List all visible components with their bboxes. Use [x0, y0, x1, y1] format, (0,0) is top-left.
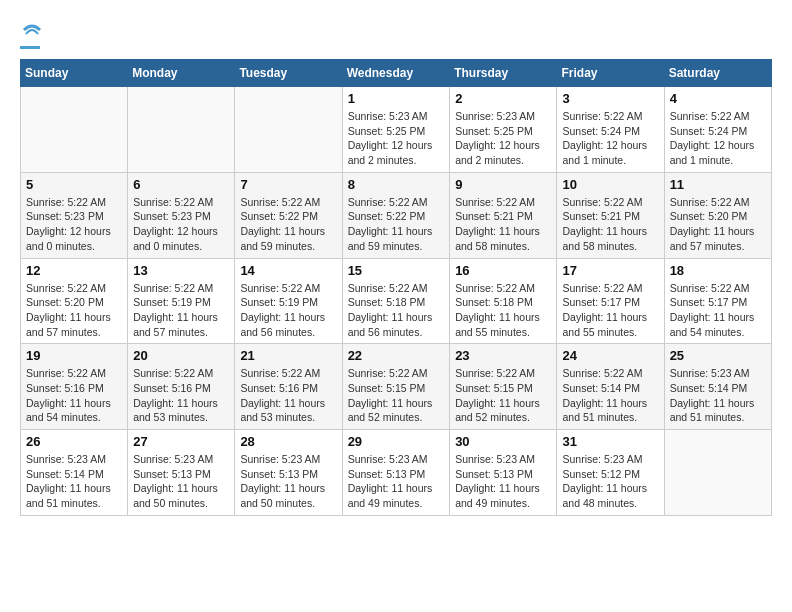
day-info: Sunrise: 5:23 AMSunset: 5:14 PMDaylight:…: [670, 366, 766, 425]
day-info: Sunrise: 5:22 AMSunset: 5:15 PMDaylight:…: [348, 366, 445, 425]
day-info: Sunrise: 5:23 AMSunset: 5:14 PMDaylight:…: [26, 452, 122, 511]
calendar-cell: 16Sunrise: 5:22 AMSunset: 5:18 PMDayligh…: [450, 258, 557, 344]
col-header-wednesday: Wednesday: [342, 60, 450, 87]
day-number: 17: [562, 263, 658, 278]
day-info: Sunrise: 5:23 AMSunset: 5:13 PMDaylight:…: [348, 452, 445, 511]
col-header-thursday: Thursday: [450, 60, 557, 87]
calendar-cell: 6Sunrise: 5:22 AMSunset: 5:23 PMDaylight…: [128, 172, 235, 258]
day-number: 22: [348, 348, 445, 363]
col-header-tuesday: Tuesday: [235, 60, 342, 87]
calendar-cell: 11Sunrise: 5:22 AMSunset: 5:20 PMDayligh…: [664, 172, 771, 258]
day-number: 9: [455, 177, 551, 192]
col-header-sunday: Sunday: [21, 60, 128, 87]
calendar-cell: 17Sunrise: 5:22 AMSunset: 5:17 PMDayligh…: [557, 258, 664, 344]
day-number: 10: [562, 177, 658, 192]
calendar-week-row: 19Sunrise: 5:22 AMSunset: 5:16 PMDayligh…: [21, 344, 772, 430]
day-info: Sunrise: 5:22 AMSunset: 5:23 PMDaylight:…: [26, 195, 122, 254]
day-info: Sunrise: 5:22 AMSunset: 5:18 PMDaylight:…: [348, 281, 445, 340]
calendar-cell: 14Sunrise: 5:22 AMSunset: 5:19 PMDayligh…: [235, 258, 342, 344]
day-number: 19: [26, 348, 122, 363]
day-number: 23: [455, 348, 551, 363]
calendar-cell: 8Sunrise: 5:22 AMSunset: 5:22 PMDaylight…: [342, 172, 450, 258]
day-number: 15: [348, 263, 445, 278]
day-number: 20: [133, 348, 229, 363]
calendar-cell: 18Sunrise: 5:22 AMSunset: 5:17 PMDayligh…: [664, 258, 771, 344]
day-number: 13: [133, 263, 229, 278]
day-info: Sunrise: 5:22 AMSunset: 5:19 PMDaylight:…: [240, 281, 336, 340]
day-number: 28: [240, 434, 336, 449]
day-number: 8: [348, 177, 445, 192]
calendar-cell: 5Sunrise: 5:22 AMSunset: 5:23 PMDaylight…: [21, 172, 128, 258]
calendar-cell: 10Sunrise: 5:22 AMSunset: 5:21 PMDayligh…: [557, 172, 664, 258]
col-header-saturday: Saturday: [664, 60, 771, 87]
calendar-table: SundayMondayTuesdayWednesdayThursdayFrid…: [20, 59, 772, 516]
calendar-cell: [128, 87, 235, 173]
calendar-cell: 24Sunrise: 5:22 AMSunset: 5:14 PMDayligh…: [557, 344, 664, 430]
calendar-cell: 25Sunrise: 5:23 AMSunset: 5:14 PMDayligh…: [664, 344, 771, 430]
day-info: Sunrise: 5:23 AMSunset: 5:13 PMDaylight:…: [133, 452, 229, 511]
calendar-cell: [21, 87, 128, 173]
calendar-cell: 29Sunrise: 5:23 AMSunset: 5:13 PMDayligh…: [342, 430, 450, 516]
day-info: Sunrise: 5:22 AMSunset: 5:17 PMDaylight:…: [562, 281, 658, 340]
calendar-cell: 19Sunrise: 5:22 AMSunset: 5:16 PMDayligh…: [21, 344, 128, 430]
calendar-cell: 30Sunrise: 5:23 AMSunset: 5:13 PMDayligh…: [450, 430, 557, 516]
day-info: Sunrise: 5:23 AMSunset: 5:13 PMDaylight:…: [455, 452, 551, 511]
calendar-cell: 7Sunrise: 5:22 AMSunset: 5:22 PMDaylight…: [235, 172, 342, 258]
calendar-cell: 26Sunrise: 5:23 AMSunset: 5:14 PMDayligh…: [21, 430, 128, 516]
calendar-cell: 1Sunrise: 5:23 AMSunset: 5:25 PMDaylight…: [342, 87, 450, 173]
day-info: Sunrise: 5:22 AMSunset: 5:17 PMDaylight:…: [670, 281, 766, 340]
calendar-header-row: SundayMondayTuesdayWednesdayThursdayFrid…: [21, 60, 772, 87]
day-number: 31: [562, 434, 658, 449]
day-number: 5: [26, 177, 122, 192]
day-info: Sunrise: 5:22 AMSunset: 5:19 PMDaylight:…: [133, 281, 229, 340]
page-header: [20, 20, 772, 49]
day-info: Sunrise: 5:22 AMSunset: 5:21 PMDaylight:…: [562, 195, 658, 254]
calendar-cell: 13Sunrise: 5:22 AMSunset: 5:19 PMDayligh…: [128, 258, 235, 344]
day-number: 30: [455, 434, 551, 449]
calendar-cell: 28Sunrise: 5:23 AMSunset: 5:13 PMDayligh…: [235, 430, 342, 516]
calendar-cell: 9Sunrise: 5:22 AMSunset: 5:21 PMDaylight…: [450, 172, 557, 258]
calendar-cell: 15Sunrise: 5:22 AMSunset: 5:18 PMDayligh…: [342, 258, 450, 344]
day-number: 27: [133, 434, 229, 449]
day-number: 3: [562, 91, 658, 106]
day-number: 1: [348, 91, 445, 106]
day-info: Sunrise: 5:22 AMSunset: 5:14 PMDaylight:…: [562, 366, 658, 425]
day-info: Sunrise: 5:23 AMSunset: 5:12 PMDaylight:…: [562, 452, 658, 511]
col-header-friday: Friday: [557, 60, 664, 87]
day-number: 11: [670, 177, 766, 192]
day-info: Sunrise: 5:23 AMSunset: 5:25 PMDaylight:…: [455, 109, 551, 168]
day-info: Sunrise: 5:23 AMSunset: 5:13 PMDaylight:…: [240, 452, 336, 511]
calendar-cell: 4Sunrise: 5:22 AMSunset: 5:24 PMDaylight…: [664, 87, 771, 173]
col-header-monday: Monday: [128, 60, 235, 87]
day-number: 12: [26, 263, 122, 278]
day-info: Sunrise: 5:22 AMSunset: 5:18 PMDaylight:…: [455, 281, 551, 340]
calendar-week-row: 5Sunrise: 5:22 AMSunset: 5:23 PMDaylight…: [21, 172, 772, 258]
day-info: Sunrise: 5:22 AMSunset: 5:20 PMDaylight:…: [670, 195, 766, 254]
day-number: 24: [562, 348, 658, 363]
day-number: 18: [670, 263, 766, 278]
day-info: Sunrise: 5:22 AMSunset: 5:22 PMDaylight:…: [348, 195, 445, 254]
calendar-cell: 12Sunrise: 5:22 AMSunset: 5:20 PMDayligh…: [21, 258, 128, 344]
day-info: Sunrise: 5:22 AMSunset: 5:16 PMDaylight:…: [133, 366, 229, 425]
day-number: 21: [240, 348, 336, 363]
day-info: Sunrise: 5:22 AMSunset: 5:15 PMDaylight:…: [455, 366, 551, 425]
calendar-cell: 23Sunrise: 5:22 AMSunset: 5:15 PMDayligh…: [450, 344, 557, 430]
calendar-week-row: 26Sunrise: 5:23 AMSunset: 5:14 PMDayligh…: [21, 430, 772, 516]
calendar-cell: [664, 430, 771, 516]
day-info: Sunrise: 5:22 AMSunset: 5:22 PMDaylight:…: [240, 195, 336, 254]
logo-text: [20, 20, 40, 44]
day-number: 16: [455, 263, 551, 278]
calendar-cell: 21Sunrise: 5:22 AMSunset: 5:16 PMDayligh…: [235, 344, 342, 430]
day-number: 25: [670, 348, 766, 363]
calendar-cell: 3Sunrise: 5:22 AMSunset: 5:24 PMDaylight…: [557, 87, 664, 173]
day-number: 2: [455, 91, 551, 106]
calendar-body: 1Sunrise: 5:23 AMSunset: 5:25 PMDaylight…: [21, 87, 772, 516]
day-info: Sunrise: 5:22 AMSunset: 5:24 PMDaylight:…: [670, 109, 766, 168]
calendar-week-row: 1Sunrise: 5:23 AMSunset: 5:25 PMDaylight…: [21, 87, 772, 173]
day-info: Sunrise: 5:22 AMSunset: 5:20 PMDaylight:…: [26, 281, 122, 340]
logo: [20, 20, 40, 49]
day-number: 7: [240, 177, 336, 192]
calendar-cell: 31Sunrise: 5:23 AMSunset: 5:12 PMDayligh…: [557, 430, 664, 516]
calendar-cell: 22Sunrise: 5:22 AMSunset: 5:15 PMDayligh…: [342, 344, 450, 430]
day-number: 14: [240, 263, 336, 278]
